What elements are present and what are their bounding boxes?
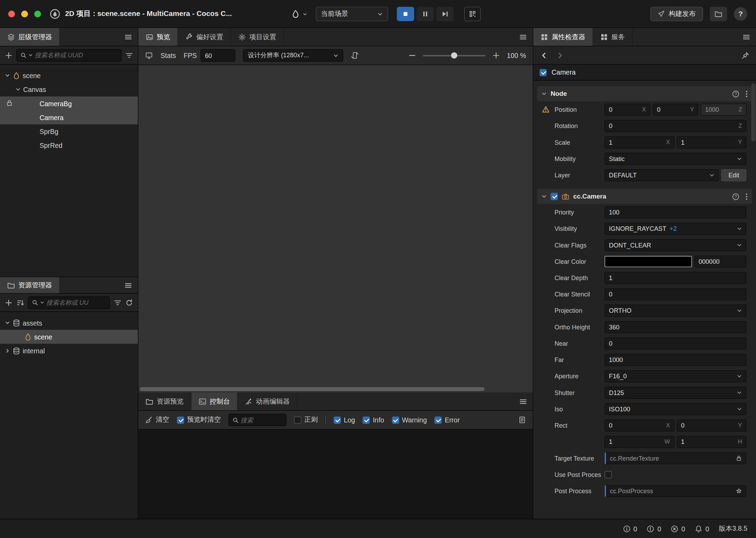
- target-texture-slot[interactable]: cc.RenderTexture: [605, 452, 746, 464]
- rotate-device-button[interactable]: [351, 52, 359, 59]
- fullscreen-window-button[interactable]: [34, 10, 41, 17]
- chevron-down-icon[interactable]: [5, 320, 10, 325]
- layer-edit-button[interactable]: Edit: [721, 169, 746, 181]
- projection-select[interactable]: ORTHO: [605, 304, 746, 317]
- tab-hierarchy[interactable]: 层级管理器: [0, 28, 60, 46]
- console-menu-button[interactable]: [513, 393, 533, 410]
- add-node-button[interactable]: [5, 51, 12, 59]
- hierarchy-menu-button[interactable]: [119, 28, 138, 46]
- chevron-down-icon[interactable]: [15, 87, 20, 92]
- position-x-field[interactable]: 0X: [605, 103, 650, 116]
- checkbox-checked[interactable]: [363, 416, 370, 423]
- shutter-select[interactable]: D125: [605, 386, 746, 398]
- clear-color-swatch[interactable]: [605, 256, 692, 267]
- console-log-file-button[interactable]: [518, 416, 526, 424]
- tab-preferences[interactable]: 偏好设置: [178, 28, 231, 46]
- layer-select[interactable]: DEFAULT: [605, 169, 719, 181]
- status-notification-counter[interactable]: 0: [695, 525, 709, 532]
- tree-node-camerabg[interactable]: CameraBg: [0, 96, 138, 110]
- rect-w-field[interactable]: 1W: [605, 436, 674, 448]
- filter-error-checkbox[interactable]: Error: [435, 416, 460, 424]
- assets-refresh-button[interactable]: [125, 299, 133, 306]
- checkbox-checked[interactable]: [334, 416, 341, 423]
- clear-depth-field[interactable]: 1: [605, 272, 746, 284]
- pin-inspector-button[interactable]: [741, 51, 749, 59]
- tree-node-camera[interactable]: Camera: [0, 110, 138, 124]
- checkbox-checked[interactable]: [177, 416, 184, 423]
- build-publish-button[interactable]: 构建发布: [650, 7, 703, 21]
- chevron-down-icon[interactable]: [541, 91, 547, 96]
- help-button[interactable]: ?: [734, 7, 747, 20]
- clear-on-play-checkbox[interactable]: 预览时清空: [177, 415, 221, 424]
- section-camera-header[interactable]: cc.Camera: [537, 189, 752, 204]
- use-post-process-checkbox[interactable]: [605, 471, 612, 478]
- fps-input-box[interactable]: [201, 49, 235, 62]
- visibility-select[interactable]: IGNORE_RAYCAST +2: [605, 222, 746, 235]
- chevron-down-icon[interactable]: [541, 194, 547, 199]
- scrollbar-thumb[interactable]: [140, 387, 485, 391]
- tree-node-internal[interactable]: internal: [0, 344, 138, 358]
- tree-node-scene[interactable]: scene: [0, 68, 138, 82]
- aperture-select[interactable]: F16_0: [605, 370, 746, 382]
- filter-warning-checkbox[interactable]: Warning: [392, 416, 427, 424]
- preview-qr-button[interactable]: [464, 7, 481, 21]
- device-button[interactable]: [145, 52, 153, 59]
- section-node-header[interactable]: Node: [537, 86, 752, 101]
- iso-select[interactable]: ISO100: [605, 403, 746, 415]
- assets-menu-button[interactable]: [119, 277, 138, 293]
- chevron-down-icon[interactable]: [5, 73, 10, 78]
- clear-color-hex-field[interactable]: 000000: [694, 255, 746, 267]
- preview-horizontal-scrollbar[interactable]: [140, 387, 531, 391]
- node-active-checkbox[interactable]: [539, 69, 547, 76]
- rect-x-field[interactable]: 0X: [605, 419, 674, 431]
- clear-stencil-field[interactable]: 0: [605, 288, 746, 300]
- scale-y-field[interactable]: 1Y: [677, 136, 747, 148]
- console-clear-button[interactable]: 清空: [145, 415, 169, 424]
- priority-field[interactable]: 100: [605, 206, 746, 218]
- hierarchy-search-input[interactable]: [35, 52, 118, 59]
- close-window-button[interactable]: [8, 10, 15, 17]
- inspector-scrollbar[interactable]: [751, 83, 756, 141]
- history-back-button[interactable]: [540, 51, 548, 59]
- filter-info-checkbox[interactable]: Info: [363, 416, 384, 424]
- lock-icon[interactable]: [6, 99, 13, 107]
- open-project-folder-button[interactable]: [710, 7, 727, 21]
- history-forward-button[interactable]: [556, 51, 564, 59]
- tab-preview[interactable]: 预览: [138, 28, 178, 46]
- zoom-slider-thumb[interactable]: [451, 52, 457, 59]
- preview-menu-button[interactable]: [513, 28, 533, 46]
- pause-button[interactable]: [417, 7, 434, 21]
- add-asset-button[interactable]: [5, 299, 12, 306]
- design-resolution-select[interactable]: 设计分辨率 (1280x7...: [243, 49, 343, 62]
- stop-button[interactable]: [397, 7, 414, 21]
- ortho-height-field[interactable]: 360: [605, 321, 746, 333]
- kebab-menu-icon[interactable]: [745, 90, 748, 98]
- step-button[interactable]: [436, 7, 454, 21]
- far-field[interactable]: 1000: [605, 354, 746, 366]
- tab-assets[interactable]: 资源管理器: [0, 277, 60, 293]
- checkbox-unchecked[interactable]: [294, 416, 301, 423]
- preview-viewport[interactable]: [138, 65, 533, 393]
- stats-toggle[interactable]: Stats: [161, 52, 176, 59]
- assets-filter-button[interactable]: [114, 299, 121, 306]
- mobility-select[interactable]: Static: [605, 153, 746, 165]
- zoom-in-button[interactable]: [493, 52, 500, 59]
- assets-sort-button[interactable]: [16, 299, 24, 306]
- clear-flags-select[interactable]: DONT_CLEAR: [605, 239, 746, 251]
- tree-node-sprred[interactable]: SprRed: [0, 138, 138, 152]
- tab-asset-preview[interactable]: 资源预览: [138, 393, 192, 410]
- hierarchy-filter-button[interactable]: [125, 51, 133, 59]
- checkbox-checked[interactable]: [435, 416, 442, 423]
- help-circle-icon[interactable]: [732, 193, 740, 200]
- zoom-out-button[interactable]: [409, 52, 416, 59]
- zoom-slider[interactable]: [423, 55, 486, 56]
- tab-project-settings[interactable]: 项目设置: [231, 28, 284, 46]
- post-process-slot[interactable]: cc.PostProcess: [605, 485, 746, 497]
- assets-search-box[interactable]: [28, 296, 110, 309]
- current-scene-select[interactable]: 当前场景: [316, 7, 388, 21]
- status-info-counter[interactable]: 0: [623, 525, 637, 532]
- console-search-input[interactable]: [241, 416, 283, 423]
- scene-type-dropdown[interactable]: [288, 7, 310, 21]
- tree-node-assets[interactable]: assets: [0, 316, 138, 330]
- help-circle-icon[interactable]: [732, 90, 740, 98]
